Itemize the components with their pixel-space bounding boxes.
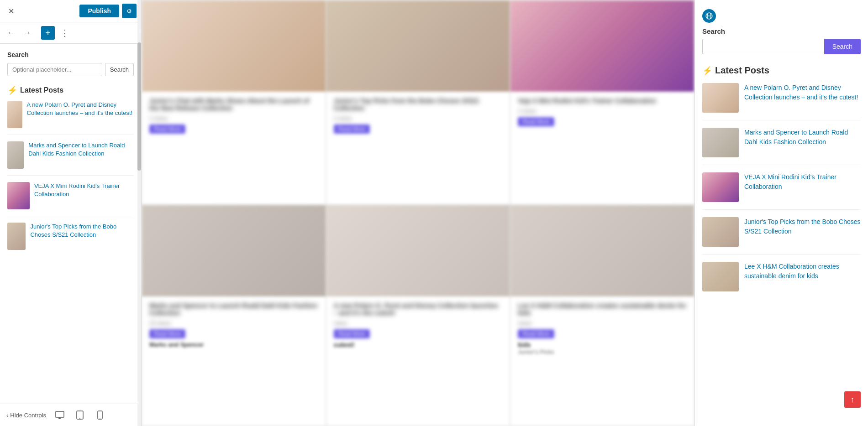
item-image-1 [142, 0, 326, 92]
read-more-5[interactable]: Read More [334, 329, 370, 338]
settings-button[interactable]: ⚙ [122, 4, 137, 18]
forward-button[interactable]: → [21, 26, 34, 39]
latest-posts-heading: ⚡ Latest Posts [7, 85, 134, 95]
search-small-button[interactable]: Search [105, 63, 134, 76]
post-thumbnail-1 [7, 101, 22, 128]
bottom-bar: ‹ Hide Controls [0, 404, 141, 426]
sidebar-latest-posts: ⚡ Latest Posts A new Polarn O. Pyret and… [702, 65, 861, 299]
item-body-5: A new Polarn O. Pyret and Disney Collect… [326, 296, 510, 354]
sidebar-search-button[interactable]: Search [824, 39, 861, 54]
sidebar-post-5: Lee X H&M Collaboration creates sustaina… [702, 262, 861, 299]
grid-item-1: ⊕ Junior's Chat with Marks Shoes About t… [142, 0, 326, 205]
item-body-4: Marks and Spencer to Launch Roald Dahl K… [142, 296, 326, 353]
sidebar-post-link-5[interactable]: Lee X H&M Collaboration creates sustaina… [744, 262, 861, 281]
item-footer-5: cutest! [334, 341, 503, 348]
sidebar-thumb-christmas [702, 83, 739, 113]
grid-item-6: ⊕ Lee X H&M Collaboration creates sustai… [510, 205, 694, 426]
left-post-item: A new Polarn O. Pyret and Disney Collect… [7, 101, 134, 135]
read-more-3[interactable]: Read More [518, 117, 554, 126]
tablet-icon [76, 410, 84, 420]
post-link-1[interactable]: A new Polarn O. Pyret and Disney Collect… [27, 101, 134, 117]
item-title-6: Lee X H&M Collaboration creates sustaina… [518, 302, 687, 317]
item-body-3: Veja X Mini Rodini Kid's Trainer Collabo… [510, 92, 694, 132]
sidebar-post-link-3[interactable]: VEJA X Mini Rodini Kid's Trainer Collabo… [744, 172, 861, 192]
item-title-5: A new Polarn O. Pyret and Disney Collect… [334, 302, 503, 317]
post-link-2[interactable]: Marks and Spencer to Launch Roald Dahl K… [28, 141, 134, 158]
chevron-left-icon: ‹ [6, 412, 8, 419]
scroll-to-top-button[interactable]: ↑ [844, 391, 861, 408]
second-bar: ← → + ⋮ [0, 22, 141, 44]
left-post-item: VEJA X Mini Rodini Kid's Trainer Collabo… [7, 182, 134, 216]
tablet-view-button[interactable] [74, 409, 86, 421]
mobile-view-button[interactable] [94, 409, 106, 421]
sidebar-post-2: Marks and Spencer to Launch Roald Dahl K… [702, 128, 861, 165]
lightning-icon: ⚡ [7, 85, 17, 95]
post-link-3[interactable]: VEJA X Mini Rodini Kid's Trainer Collabo… [34, 182, 134, 198]
post-link-4[interactable]: Junior's Top Picks from the Bobo Choses … [30, 223, 134, 239]
read-more-4[interactable]: Read More [149, 329, 185, 338]
close-button[interactable]: ✕ [5, 5, 17, 17]
item-image-6 [510, 205, 694, 296]
sidebar-post-4: Junior's Top Picks from the Bobo Choses … [702, 217, 861, 255]
sidebar-thumb-bear [702, 217, 739, 247]
read-more-2[interactable]: Read More [334, 125, 370, 134]
item-title-4: Marks and Spencer to Launch Roald Dahl K… [149, 302, 318, 317]
hide-controls-label: Hide Controls [10, 412, 46, 419]
read-more-1[interactable]: Read More [149, 125, 185, 134]
item-image-5 [326, 205, 510, 296]
item-title-3: Veja X Mini Rodini Kid's Trainer Collabo… [518, 97, 687, 104]
item-meta-2: 4 views [334, 115, 503, 122]
item-image-4 [142, 205, 326, 296]
sidebar-header [702, 9, 861, 23]
item-image-2 [326, 0, 510, 92]
item-footer-label-4: Marks and Spencer [149, 341, 318, 348]
sidebar-post-link-4[interactable]: Junior's Top Picks from the Bobo Choses … [744, 217, 861, 236]
grid-item-3: ⊕ Veja X Mini Rodini Kid's Trainer Colla… [510, 0, 694, 205]
item-body-6: Lee X H&M Collaboration creates sustaina… [510, 296, 694, 361]
more-options-button[interactable]: ⋮ [58, 26, 71, 39]
add-block-button[interactable]: + [41, 26, 55, 40]
sidebar-search-input[interactable] [702, 39, 824, 54]
right-sidebar: Search Search ⚡ Latest Posts A new Polar… [694, 0, 868, 426]
item-meta-5: views [334, 320, 503, 327]
sidebar-search-label: Search [702, 27, 861, 35]
sidebar-post-1: A new Polarn O. Pyret and Disney Collect… [702, 83, 861, 120]
mobile-icon [97, 410, 103, 420]
main-grid: ⊕ Junior's Chat with Marks Shoes About t… [142, 0, 694, 426]
svg-rect-0 [56, 411, 64, 417]
read-more-6[interactable]: Read More [518, 329, 554, 338]
views-count-4: 20 views [149, 320, 171, 327]
latest-posts-title-text: Latest Posts [20, 86, 63, 94]
scrollbar-thumb[interactable] [137, 42, 141, 170]
item-meta-4: 20 views [149, 320, 318, 327]
desktop-view-button[interactable] [53, 409, 66, 421]
item-handle-3: ⊕ [514, 4, 528, 18]
left-panel: ✕ Publish ⚙ ← → + ⋮ Search Search ⚡ Late… [0, 0, 142, 426]
sidebar-thumb-kids [702, 262, 739, 291]
search-row: Search [7, 63, 134, 76]
item-image-3 [510, 0, 694, 92]
item-meta-3: 4 views [518, 108, 687, 114]
sidebar-thumb-purple [702, 172, 739, 202]
publish-button[interactable]: Publish [79, 5, 119, 17]
sidebar-lightning-icon: ⚡ [702, 66, 712, 76]
grid-item-5: ⊕ A new Polarn O. Pyret and Disney Colle… [326, 205, 510, 426]
sidebar-post-link-1[interactable]: A new Polarn O. Pyret and Disney Collect… [744, 83, 861, 102]
search-placeholder-input[interactable] [7, 63, 102, 76]
sidebar-post-link-2[interactable]: Marks and Spencer to Launch Roald Dahl K… [744, 128, 861, 147]
svg-point-6 [100, 418, 100, 419]
grid-item-4: ⊕ Marks and Spencer to Launch Roald Dahl… [142, 205, 326, 426]
hide-controls-button[interactable]: ‹ Hide Controls [6, 412, 46, 419]
grid-item-2: ⊕ Junior's Top Picks from the Bobo Chose… [326, 0, 510, 205]
sidebar-search-row: Search [702, 39, 861, 54]
post-thumbnail-3 [7, 182, 30, 209]
left-post-item: Marks and Spencer to Launch Roald Dahl K… [7, 141, 134, 176]
desktop-icon [55, 410, 64, 420]
item-handle-4: ⊕ [146, 209, 159, 223]
scrollbar-track [137, 0, 141, 426]
search-widget: Search Search [7, 51, 134, 76]
sidebar-search-section: Search Search [702, 27, 861, 54]
globe-svg [705, 12, 713, 20]
back-button[interactable]: ← [5, 26, 17, 39]
sidebar-latest-title: ⚡ Latest Posts [702, 65, 861, 76]
